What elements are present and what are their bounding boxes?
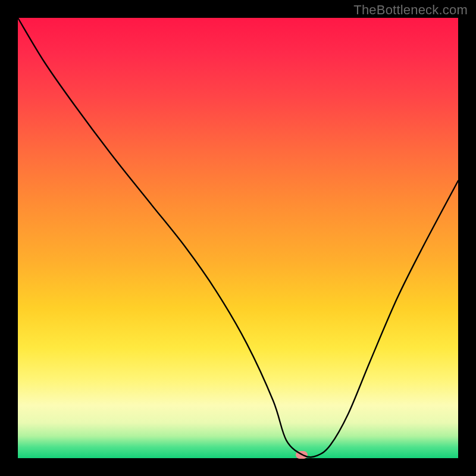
watermark-text: TheBottleneck.com (353, 2, 468, 18)
plot-area (18, 18, 458, 458)
bottleneck-curve-path (18, 18, 458, 457)
chart-frame: TheBottleneck.com (0, 0, 476, 476)
bottleneck-curve (18, 18, 458, 458)
